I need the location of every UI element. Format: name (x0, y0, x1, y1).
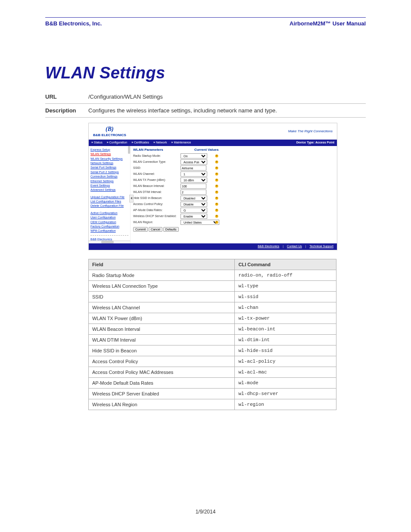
button-bar: Commit Cancel Defaults (133, 227, 334, 232)
svg-text:?: ? (216, 161, 217, 163)
sidebar-item-configurations-0[interactable]: Active Configuration (90, 211, 128, 215)
nav-configuration[interactable]: Configuration (107, 141, 127, 144)
param-input[interactable] (181, 184, 206, 189)
cli-field-cell: WLAN Beacon Interval (89, 324, 235, 334)
sidebar-collapse-handle[interactable] (129, 195, 134, 202)
cli-field-cell: WLAN TX Power (dBm) (89, 313, 235, 324)
param-label: WLAN Region: (133, 221, 181, 224)
nav-certificates[interactable]: Certificates (131, 141, 149, 144)
nav-network[interactable]: Network (153, 141, 167, 144)
header-right: AirborneM2M™ User Manual (290, 20, 366, 27)
table-row: Wireless LAN Connection Typewl-type (89, 280, 336, 291)
sidebar-horizontal-scrollbar[interactable] (89, 240, 130, 243)
table-row: WLAN DTIM Intervalwl-dtim-int (89, 334, 336, 345)
logo: (B) B&B ELECTRONICS (93, 126, 126, 137)
cli-command-cell: wl-type (235, 280, 336, 291)
sidebar-item-settings-4[interactable]: Serial Port Settings (90, 165, 128, 170)
cli-command-cell: wl-tx-power (235, 313, 336, 324)
sidebar-item-settings-5[interactable]: Serial Port 2 Settings (90, 170, 128, 174)
table-row: AP-Mode Default Data Rateswl-mode (89, 377, 336, 388)
sidebar-item-configurations-4[interactable]: WPA Configuration (90, 229, 128, 233)
help-icon[interactable]: ? (215, 202, 218, 206)
wlan-parameter-row: Hide SSID in Beacon:Disabled? (133, 195, 334, 201)
tagline: Make The Right Connections (288, 129, 333, 134)
wlan-parameter-row: AP-Mode Data Rates:G? (133, 207, 334, 213)
param-label: WLAN Channel: (133, 172, 181, 176)
cli-header-field: Field (89, 259, 235, 270)
commit-button[interactable]: Commit (133, 227, 148, 232)
defaults-button[interactable]: Defaults (163, 227, 179, 232)
footer-link-bnb[interactable]: B&B Electronics (258, 245, 279, 248)
nav-maintenance[interactable]: Maintenance (171, 141, 191, 144)
param-label: Radio Startup Mode: (133, 154, 181, 158)
param-label: AP-Mode Data Rates: (133, 208, 181, 212)
cli-field-cell: Wireless LAN Channel (89, 302, 235, 313)
sidebar-item-config-files-0[interactable]: Upload Configuration File (90, 195, 128, 199)
description-value: Configures the wireless interface settin… (88, 104, 366, 118)
param-select[interactable]: United States (181, 220, 219, 225)
sidebar-scroll-thumb[interactable] (128, 146, 130, 154)
sidebar-item-settings-0[interactable]: Express Setup (90, 148, 128, 152)
wlan-parameter-row: WLAN DTIM Interval:? (133, 189, 334, 195)
sidebar-item-configurations-3[interactable]: Factory Configuration (90, 224, 128, 229)
url-value: /Configuration/WLAN Settings (88, 90, 366, 104)
param-label: Hide SSID in Beacon: (133, 196, 181, 200)
page-header: B&B Electronics, Inc. AirborneM2M™ User … (45, 19, 366, 29)
param-select[interactable]: G (181, 208, 207, 213)
cancel-button[interactable]: Cancel (149, 227, 162, 232)
help-icon[interactable]: ? (215, 160, 218, 164)
table-row: Hide SSID in Beaconwl-hide-ssid (89, 345, 336, 356)
sidebar-item-settings-2[interactable]: WLAN Security Settings (90, 157, 128, 161)
table-row: SSIDwl-ssid (89, 291, 336, 302)
sidebar-item-configurations-1[interactable]: User Configuration (90, 215, 128, 220)
help-icon[interactable]: ? (215, 215, 218, 218)
help-icon[interactable]: ? (215, 190, 218, 194)
sidebar-item-settings-8[interactable]: Event Settings (90, 184, 128, 188)
help-icon[interactable]: ? (215, 172, 218, 176)
table-row: WLAN TX Power (dBm)wl-tx-power (89, 313, 336, 324)
help-icon[interactable]: ? (215, 208, 218, 212)
param-input[interactable] (181, 165, 206, 171)
param-select[interactable]: Access Point (181, 159, 207, 165)
sidebar-item-config-files-2[interactable]: Delete Configuration File (90, 204, 128, 208)
table-row: WLAN Beacon Intervalwl-beacon-int (89, 324, 336, 334)
help-icon[interactable]: ? (215, 178, 218, 182)
sidebar-item-settings-3[interactable]: Network Settings (90, 161, 128, 165)
nav-status[interactable]: Status (91, 141, 103, 144)
cli-field-cell: Wireless LAN Region (89, 399, 235, 410)
param-label: Wireless DHCP Server Enabled: (133, 215, 181, 218)
svg-text:?: ? (216, 179, 217, 181)
help-icon[interactable]: ? (215, 196, 218, 200)
param-select[interactable]: Disabled (181, 196, 207, 201)
table-row: Wireless LAN Regionwl-region (89, 399, 336, 410)
param-select[interactable]: 1 (181, 171, 207, 177)
wlan-parameter-row: WLAN Region:United States? (133, 219, 334, 225)
sidebar-item-configurations-2[interactable]: OEM Configuration (90, 220, 128, 224)
main-panel: WLAN Parameters Current Values Radio Sta… (131, 146, 337, 243)
sidebar-item-settings-9[interactable]: Advanced Settings (90, 188, 128, 192)
cli-field-cell: Radio Startup Mode (89, 270, 235, 280)
param-select[interactable]: Enable (181, 214, 207, 219)
cli-command-cell: wl-ssid (235, 291, 336, 302)
param-select[interactable]: 16 dBm (181, 177, 207, 183)
sidebar-item-config-files-1[interactable]: List Configuration Files (90, 199, 128, 204)
sidebar-item-settings-7[interactable]: Ethernet Settings (90, 179, 128, 184)
table-row: Wireless DHCP Server Enabledwl-dhcp-serv… (89, 388, 336, 399)
svg-marker-0 (131, 197, 132, 199)
help-icon[interactable]: ? (215, 166, 218, 170)
sidebar-item-settings-1[interactable]: WLAN Settings (90, 152, 128, 156)
param-select[interactable]: On (181, 153, 207, 159)
cli-command-cell: wl-region (235, 399, 336, 410)
table-row: Radio Startup Moderadio-on, radio-off (89, 270, 336, 280)
param-label: WLAN Beacon Interval: (133, 184, 181, 188)
cli-field-cell: Access Control Policy MAC Addresses (89, 367, 235, 377)
cli-field-cell: WLAN DTIM Interval (89, 334, 235, 345)
help-icon[interactable]: ? (215, 154, 218, 158)
help-icon[interactable]: ? (215, 184, 218, 188)
footer-link-contact[interactable]: Contact Us (287, 245, 302, 248)
param-input[interactable] (181, 190, 206, 195)
param-select[interactable]: Disable (181, 202, 207, 207)
footer-link-support[interactable]: Technical Support (309, 245, 333, 248)
help-icon[interactable]: ? (215, 221, 218, 224)
sidebar-item-settings-6[interactable]: Connection Settings (90, 174, 128, 179)
